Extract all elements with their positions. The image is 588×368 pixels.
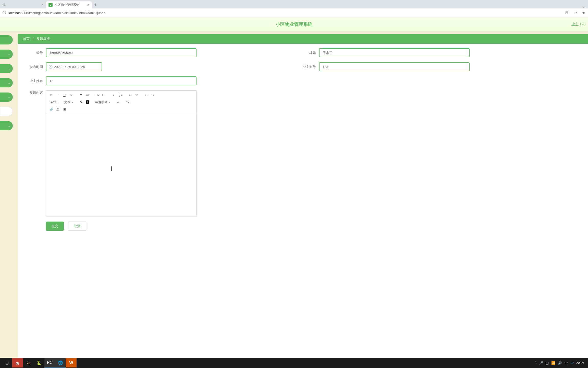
volume-icon[interactable]: 🔊 [558,361,562,365]
sidebar-item-1[interactable] [0,35,13,44]
input-yezhuxingming[interactable] [46,76,197,85]
indent-button[interactable]: ⇥ [150,92,156,98]
breadcrumb-home[interactable]: 首页 [23,37,30,41]
font-select[interactable]: 标准字体 ▾ [95,100,110,105]
code-button[interactable]: </> [84,92,91,98]
label-fankuineirong: 反馈内容 [23,90,46,95]
input-bianhao[interactable] [46,48,197,57]
new-tab-button[interactable]: + [92,1,99,8]
taskbar-app-netease[interactable]: ◉ [12,358,23,367]
style-value: 文本 [64,100,70,105]
outdent-button[interactable]: ⇤ [143,92,149,98]
clock-date[interactable]: 2022/ [576,361,584,365]
clear-format-button[interactable]: Tx [125,99,131,105]
tray-chevron-icon[interactable]: ˄ [535,361,536,365]
editor-body[interactable] [46,114,196,216]
image-button[interactable]: 🖼 [55,107,61,112]
info-icon[interactable]: ⓘ [3,10,6,15]
input-fabushijian[interactable] [46,62,102,71]
breadcrumb-current: 反馈举报 [36,37,50,41]
vue-favicon-icon: V [48,3,53,7]
italic-button[interactable]: I [55,92,61,98]
font-value: 标准字体 [95,100,107,105]
bold-button[interactable]: B [48,92,54,98]
browser-tab-1[interactable]: 统 × [0,1,46,8]
user-role: 业主 [571,22,579,26]
sidebar-item-7[interactable]: ⌄ [0,121,13,130]
video-button[interactable]: ▣ [62,107,68,112]
url-host[interactable]: localhost [8,11,21,15]
windows-taskbar: ⊞ ◉ 🗂 🐍 PC 🌐 W ˄ 🎤 ▢ 📶 🔊 中 🛡 2022/ [0,358,588,368]
taskbar-app-chrome[interactable]: 🌐 [55,358,66,367]
ordered-list-button[interactable]: ≡ [111,92,117,98]
subscript-button[interactable]: x₂ [127,92,133,98]
input-biaoti[interactable] [319,48,470,57]
sidebar-item-6[interactable] [0,107,13,116]
label-yezhuzhanghao: 业主账号 [296,65,319,69]
label-yezhuxingming: 业主姓名 [23,79,46,83]
sidebar-item-2[interactable]: ⌄ [0,50,13,59]
quote-button[interactable]: ❝ [78,92,84,98]
input-yezhuzhanghao[interactable] [319,62,470,71]
taskview-icon[interactable]: ⊞ [2,358,12,367]
app-header: 小区物业管理系统 业主 123 [0,17,588,31]
tab-title: 小区物业管理系统 [55,3,79,7]
label-biaoti: 标题 [296,51,319,55]
breadcrumb: 首页 / 反馈举报 [18,34,588,44]
ime-indicator[interactable]: 中 [565,361,568,365]
breadcrumb-sep: / [33,37,34,41]
link-button[interactable]: 🔗 [48,107,54,112]
editor-toolbar: B I U S ❝ </> H₁ H₂ ≡ ⋮≡ [46,91,196,114]
chevron-down-icon: ▾ [72,101,73,103]
text-color-button[interactable]: A [78,99,84,105]
button-row: 提交 取消 [23,222,583,231]
sidebar-item-4[interactable]: ⌄ [0,78,13,87]
tab-title: 统 [3,3,6,7]
label-bianhao: 编号 [23,51,46,55]
key-icon[interactable]: ⚿ [565,11,569,15]
underline-button[interactable]: U [62,92,68,98]
star-icon[interactable]: ★ [582,11,585,15]
h1-button[interactable]: H₁ [94,92,100,98]
user-info[interactable]: 业主 123 [571,22,585,27]
main-content: 首页 / 反馈举报 编号 标题 发布时间 🕓 [18,34,588,358]
url-path[interactable]: :8080/springbootla0at/admin/dist/index.h… [21,11,105,15]
bullet-list-button[interactable]: ⋮≡ [117,92,123,98]
taskbar-app-pycharm[interactable]: PC [44,358,55,367]
wifi-icon[interactable]: 📶 [551,361,555,365]
sidebar-item-3[interactable]: ⌄ [0,64,13,73]
browser-tab-2[interactable]: V 小区物业管理系统 × [46,1,92,8]
taskbar-app-3[interactable]: 🐍 [34,358,44,367]
strike-button[interactable]: S [68,92,74,98]
mic-icon[interactable]: 🎤 [539,361,543,365]
label-fabushijian: 发布时间 [23,65,46,69]
chevron-down-icon: ⌄ [8,124,10,128]
system-tray: ˄ 🎤 ▢ 📶 🔊 中 🛡 2022/ [535,361,586,365]
h2-button[interactable]: H₂ [101,92,107,98]
browser-tab-strip: 统 × V 小区物业管理系统 × + ⌄ [0,0,588,8]
tabs-dropdown-icon[interactable]: ⌄ [582,4,585,8]
superscript-button[interactable]: x² [133,92,140,98]
bg-color-button[interactable]: A [84,99,91,105]
fontsize-value: 14px [49,100,56,104]
fontsize-select[interactable]: 14px ▾ [49,100,59,104]
align-button[interactable]: ≡ [115,99,121,105]
chevron-down-icon: ⌄ [8,81,10,85]
chevron-down-icon: ▾ [57,101,59,103]
close-icon[interactable]: × [41,3,43,7]
style-select[interactable]: 文本 ▾ [64,100,73,105]
share-icon[interactable]: ↗ [574,11,577,15]
taskbar-app-explorer[interactable]: 🗂 [23,358,34,367]
sidebar: ⌄ ⌄ ⌄ ⌄ ⌄ [0,31,18,358]
cancel-button[interactable]: 取消 [68,222,86,231]
close-icon[interactable]: × [87,3,89,7]
chevron-down-icon: ⌄ [8,96,10,99]
app-title: 小区物业管理系统 [276,21,312,27]
sidebar-item-5[interactable]: ⌄ [0,93,13,102]
taskbar-app-wps[interactable]: W [66,358,77,367]
form: 编号 标题 发布时间 🕓 业主账号 [18,48,588,231]
security-icon[interactable]: 🛡 [570,361,574,365]
submit-button[interactable]: 提交 [46,222,64,231]
battery-icon[interactable]: ▢ [546,361,549,365]
page-body: ⌄ ⌄ ⌄ ⌄ ⌄ 首页 / 反馈举报 编号 标题 [0,31,588,358]
